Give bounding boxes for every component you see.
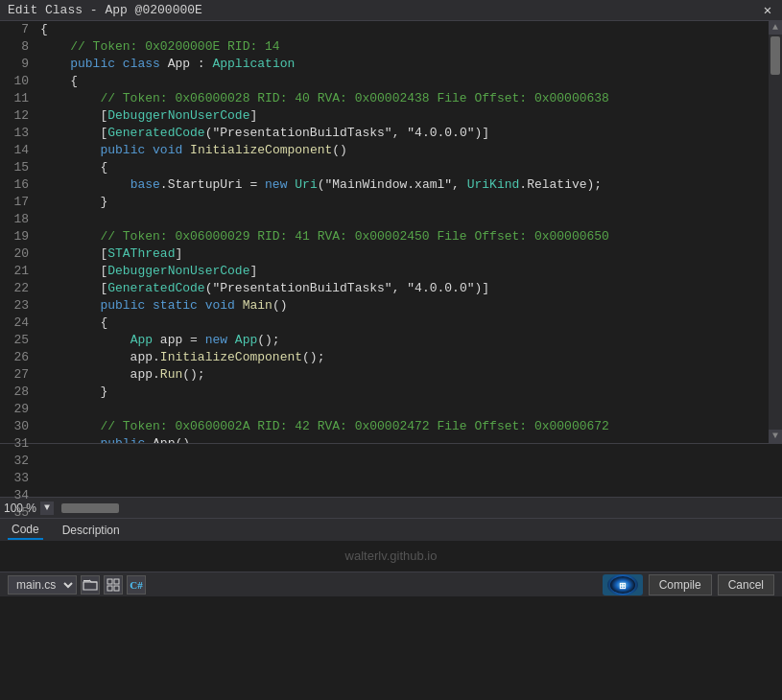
tab-description[interactable]: Description (59, 522, 124, 539)
scroll-thumb[interactable] (770, 36, 780, 75)
line-number: 7 (0, 21, 29, 38)
svg-rect-2 (114, 579, 119, 584)
line-number: 26 (0, 349, 29, 366)
line-number: 10 (0, 73, 29, 90)
code-line: // Token: 0x06000028 RID: 40 RVA: 0x0000… (40, 90, 769, 107)
svg-text:⊞: ⊞ (619, 581, 627, 591)
code-line (40, 211, 769, 228)
svg-rect-4 (114, 586, 119, 591)
line-number: 16 (0, 176, 29, 194)
status-right: ⊞ Compile Cancel (603, 574, 774, 595)
file-dropdown[interactable]: main.cs (8, 575, 77, 595)
bottom-input-area (0, 443, 782, 497)
line-numbers: 7891011121314151617181920212223242526272… (0, 21, 36, 443)
code-line: app.InitializeComponent(); (40, 349, 769, 366)
code-line: public void InitializeComponent() (40, 142, 769, 159)
horiz-scroll-thumb[interactable] (61, 503, 119, 513)
code-line: [GeneratedCode("PresentationBuildTasks",… (40, 280, 769, 297)
zoom-bar: 100 % ▼ (0, 497, 782, 518)
zoom-dropdown-button[interactable]: ▼ (40, 502, 54, 515)
code-line: { (40, 159, 769, 176)
line-number: 22 (0, 280, 29, 297)
line-number: 31 (0, 435, 29, 453)
line-number: 30 (0, 418, 29, 435)
vertical-scrollbar[interactable]: ▲ ▼ (769, 21, 782, 443)
code-line: { (40, 315, 769, 332)
line-number: 23 (0, 297, 29, 315)
line-number: 27 (0, 366, 29, 384)
code-line: } (40, 384, 769, 401)
code-line: // Token: 0x0200000E RID: 14 (40, 38, 769, 56)
line-number: 19 (0, 228, 29, 245)
code-line (40, 401, 769, 418)
windows-logo: ⊞ (603, 574, 643, 595)
code-line: [DebuggerNonUserCode] (40, 107, 769, 125)
line-number: 11 (0, 90, 29, 107)
scroll-down-button[interactable]: ▼ (769, 430, 782, 443)
grid-view-button[interactable] (104, 575, 123, 595)
code-line: public App() (40, 435, 769, 443)
horizontal-scrollbar[interactable] (58, 502, 774, 515)
line-number: 17 (0, 194, 29, 211)
svg-rect-0 (83, 580, 89, 582)
code-line: // Token: 0x0600002A RID: 42 RVA: 0x0000… (40, 418, 769, 435)
scroll-up-button[interactable]: ▲ (769, 21, 782, 35)
status-left: main.cs C# (8, 575, 146, 595)
code-line: [GeneratedCode("PresentationBuildTasks",… (40, 125, 769, 142)
line-number: 15 (0, 159, 29, 176)
code-area[interactable]: { // Token: 0x0200000E RID: 14 public cl… (36, 21, 769, 443)
code-line: // Token: 0x06000029 RID: 41 RVA: 0x0000… (40, 228, 769, 245)
line-number: 33 (0, 470, 29, 487)
code-line: { (40, 73, 769, 90)
line-number: 29 (0, 401, 29, 418)
line-number: 21 (0, 263, 29, 280)
svg-rect-3 (107, 586, 112, 591)
cancel-button[interactable]: Cancel (718, 574, 774, 595)
open-file-button[interactable] (81, 575, 100, 595)
search-input[interactable] (8, 448, 774, 469)
code-line: public static void Main() (40, 297, 769, 315)
tab-bar: CodeDescription (0, 518, 782, 541)
line-number: 20 (0, 245, 29, 263)
win7-circle: ⊞ (607, 574, 638, 595)
close-button[interactable]: ✕ (761, 4, 774, 17)
line-number: 9 (0, 56, 29, 73)
csharp-icon: C# (127, 575, 146, 595)
code-line: App app = new App(); (40, 332, 769, 349)
line-number: 13 (0, 125, 29, 142)
status-bar: main.cs C# (0, 572, 782, 596)
code-line: [STAThread] (40, 245, 769, 263)
code-line: { (40, 21, 769, 38)
code-line: base.StartupUri = new Uri("MainWindow.xa… (40, 176, 769, 194)
editor-container: 7891011121314151617181920212223242526272… (0, 21, 782, 443)
line-number: 35 (0, 504, 29, 522)
line-number: 18 (0, 211, 29, 228)
code-line: public class App : Application (40, 56, 769, 73)
line-number: 12 (0, 107, 29, 125)
svg-rect-1 (107, 579, 112, 584)
line-number: 32 (0, 453, 29, 470)
window-title: Edit Class - App @0200000E (8, 3, 202, 17)
watermark: walterlv.github.io (0, 541, 782, 572)
title-bar: Edit Class - App @0200000E ✕ (0, 0, 782, 21)
compile-button[interactable]: Compile (649, 574, 712, 595)
code-line: app.Run(); (40, 366, 769, 384)
tab-code[interactable]: Code (8, 521, 43, 540)
code-line: [DebuggerNonUserCode] (40, 263, 769, 280)
line-number: 14 (0, 142, 29, 159)
line-number: 28 (0, 384, 29, 401)
code-line: } (40, 194, 769, 211)
line-number: 34 (0, 487, 29, 504)
line-number: 25 (0, 332, 29, 349)
line-number: 8 (0, 38, 29, 56)
line-number: 24 (0, 315, 29, 332)
